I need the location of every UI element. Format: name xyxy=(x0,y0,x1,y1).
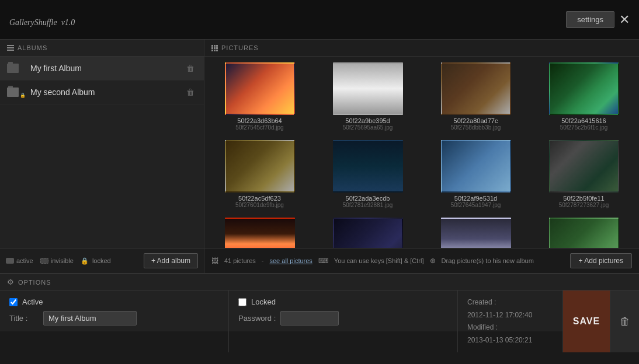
albums-panel: ALBUMS My first Album 🗑 🔒 xyxy=(0,40,204,273)
picture-item[interactable]: 50f22ada3ecdb 50f2781e92881.jpg xyxy=(318,140,417,208)
picture-item[interactable]: 50f22ac5df623 50f27601de9fb.jpg xyxy=(210,140,309,208)
lock-icon: 🔒 xyxy=(20,93,26,98)
invisible-label: invisible xyxy=(51,257,74,264)
password-label: Password : xyxy=(238,314,276,323)
picture-thumbnail xyxy=(333,140,403,192)
invisible-dot xyxy=(40,258,48,264)
pictures-count: 41 pictures xyxy=(224,257,256,264)
picture-id: 50f22a9be395d xyxy=(345,117,390,124)
picture-id: 50f22ada3ecdb xyxy=(346,195,390,202)
see-all-link[interactable]: see all pictures xyxy=(269,257,312,264)
picture-item[interactable] xyxy=(534,218,633,248)
options-title: OPTIONS xyxy=(18,279,51,286)
title-input[interactable] xyxy=(43,311,137,326)
header-controls: settings ✕ xyxy=(566,11,630,28)
locked-option-row: Locked xyxy=(238,298,448,306)
picture-thumbnail xyxy=(333,62,403,115)
created-label: Created : xyxy=(467,296,553,309)
picture-id: 50f22b5f0fe11 xyxy=(563,195,604,202)
drag-icon: ⊕ xyxy=(430,257,436,265)
picture-thumbnail xyxy=(549,62,619,115)
active-checkbox[interactable] xyxy=(9,298,18,306)
save-label: SAVE xyxy=(573,316,600,327)
logo-text: GalleryShuffle xyxy=(9,18,57,27)
picture-thumbnail xyxy=(549,218,619,248)
gear-icon: ⚙ xyxy=(7,278,15,286)
picture-filename: 50f2787273627.jpg xyxy=(559,202,609,208)
key-hint: You can use keys [Shift] & [Ctrl] xyxy=(334,257,424,264)
pictures-icon: 🖼 xyxy=(211,257,218,265)
albums-title: ALBUMS xyxy=(18,44,47,51)
picture-thumbnail xyxy=(333,218,403,248)
picture-filename: 50f275c2b6f1c.jpg xyxy=(560,124,608,131)
status-locked-legend: 🔒 locked xyxy=(81,257,111,265)
pictures-grid: 50f22a3d63b64 50f27545cf70d.jpg 50f22a9b… xyxy=(204,57,639,248)
password-input[interactable] xyxy=(280,311,339,326)
picture-thumbnail xyxy=(225,218,295,248)
created-value: 2012-11-12 17:02:40 xyxy=(467,309,553,322)
title-option-row: Title : xyxy=(9,311,219,326)
picture-thumbnail xyxy=(441,62,511,115)
options-section-main: Active Title : xyxy=(0,290,229,352)
modified-label: Modified : xyxy=(467,321,553,334)
picture-thumbnail xyxy=(225,140,295,192)
status-active-legend: active xyxy=(6,257,33,264)
picture-filename: 50f2781e92881.jpg xyxy=(343,202,393,208)
options-panel: ⚙ OPTIONS Active Title : Locked xyxy=(0,273,639,331)
add-pictures-button[interactable]: + Add pictures xyxy=(570,253,632,268)
locked-label[interactable]: Locked xyxy=(251,298,276,306)
picture-item[interactable]: 50f22a3d63b64 50f27545cf70d.jpg xyxy=(210,62,309,131)
picture-id: 50f22af9e531d xyxy=(454,195,497,202)
album-delete-button[interactable]: 🗑 xyxy=(184,86,197,98)
active-dot xyxy=(6,258,14,264)
pictures-footer: 🖼 41 pictures - see all pictures ⌨ You c… xyxy=(204,248,639,273)
album-name: My first Album xyxy=(30,64,184,73)
album-item[interactable]: 🔒 My second Album 🗑 xyxy=(0,80,204,104)
picture-item[interactable]: 50f22a80ad77c 50f2758dbbb3b.jpg xyxy=(426,62,525,131)
options-body: Active Title : Locked Password : xyxy=(0,290,639,352)
picture-item[interactable]: 50f22a6415616 50f275c2b6f1c.jpg xyxy=(534,62,633,131)
add-album-button[interactable]: + Add album xyxy=(144,253,198,268)
picture-filename: 50f2758dbbb3b.jpg xyxy=(451,124,501,131)
picture-thumbnail xyxy=(225,62,295,115)
content-area: ALBUMS My first Album 🗑 🔒 xyxy=(0,40,639,273)
delete-section[interactable]: 🗑 xyxy=(610,290,639,352)
picture-item[interactable]: 50f22af9e531d 50f27645a1947.jpg xyxy=(426,140,525,208)
pictures-panel: PICTURES 50f22a3d63b64 50f27545cf70d.jpg… xyxy=(204,40,639,273)
close-button[interactable]: ✕ xyxy=(619,13,630,26)
picture-item[interactable]: 50f22a9be395d 50f275695aa65.jpg xyxy=(318,62,417,131)
albums-list: My first Album 🗑 🔒 My second Album 🗑 xyxy=(0,57,204,248)
locked-checkbox[interactable] xyxy=(238,298,246,306)
grid-icon xyxy=(211,45,218,51)
main-area: ALBUMS My first Album 🗑 🔒 xyxy=(0,40,639,364)
albums-footer: active invisible 🔒 locked + Add album xyxy=(0,248,204,273)
active-label[interactable]: Active xyxy=(22,298,43,306)
picture-filename: 50f27601de9fb.jpg xyxy=(235,202,284,208)
modified-value: 2013-01-13 05:20:21 xyxy=(467,334,553,347)
active-label: active xyxy=(16,257,33,264)
folder-icon xyxy=(7,88,19,97)
settings-button[interactable]: settings xyxy=(566,11,614,28)
locked-label: locked xyxy=(92,257,111,264)
locked-icon: 🔒 xyxy=(81,257,89,265)
header: GalleryShuffle v1.0 settings ✕ xyxy=(0,0,639,40)
options-section-lock: Locked Password : xyxy=(229,290,458,352)
pictures-title: PICTURES xyxy=(221,44,259,51)
active-option-row: Active xyxy=(9,298,219,306)
album-item[interactable]: My first Album 🗑 xyxy=(0,57,204,80)
album-delete-button[interactable]: 🗑 xyxy=(184,62,197,74)
picture-item[interactable] xyxy=(426,218,525,248)
pictures-header: PICTURES xyxy=(204,40,639,57)
picture-item[interactable]: 50f22b5f0fe11 50f2787273627.jpg xyxy=(534,140,633,208)
picture-filename: 50f275695aa65.jpg xyxy=(343,124,393,131)
save-section[interactable]: SAVE xyxy=(563,290,610,352)
picture-item[interactable] xyxy=(318,218,417,248)
picture-thumbnail xyxy=(549,140,619,192)
picture-filename: 50f27645a1947.jpg xyxy=(451,202,501,208)
meta-section: Created : 2012-11-12 17:02:40 Modified :… xyxy=(458,290,563,352)
picture-id: 50f22ac5df623 xyxy=(238,195,281,202)
password-option-row: Password : xyxy=(238,311,448,326)
picture-item[interactable] xyxy=(210,218,309,248)
delete-icon: 🗑 xyxy=(620,316,630,328)
picture-thumbnail xyxy=(441,218,511,248)
